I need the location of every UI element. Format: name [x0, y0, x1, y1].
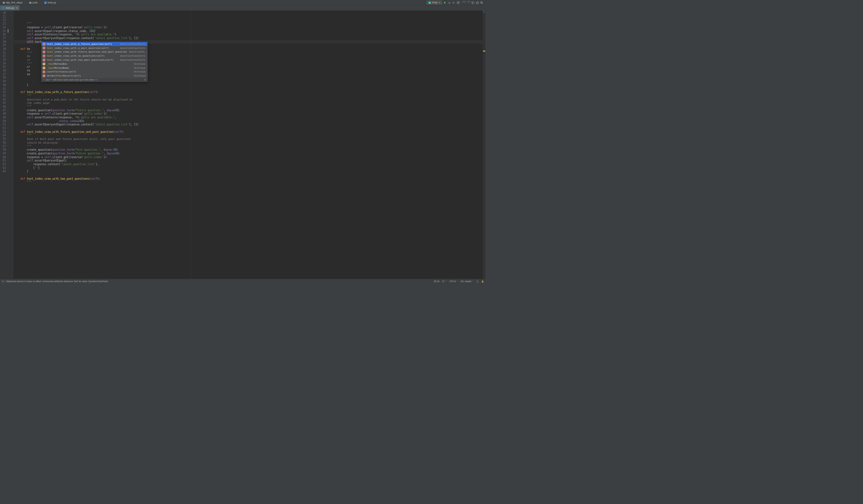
code-line[interactable]: the index page.	[14, 101, 486, 105]
code-line[interactable]: response = self.client.get(reverse('poll…	[14, 155, 486, 159]
git-branch-widget[interactable]: Git: master ⌃	[461, 280, 474, 283]
error-stripe[interactable]	[483, 11, 486, 279]
code-line[interactable]: response.context['latest_question_list']…	[14, 163, 486, 166]
vcs-update-button[interactable]: VCS ↓	[463, 1, 465, 4]
line-number[interactable]: 38	[0, 76, 8, 80]
line-number[interactable]: 27	[0, 36, 8, 40]
code-line[interactable]: self.assertQuerysetEqual(	[14, 159, 486, 163]
line-number[interactable]: 21	[0, 15, 8, 18]
line-number[interactable]: 24	[0, 26, 8, 29]
fold-gutter[interactable]	[8, 11, 13, 279]
code-line[interactable]: def test_index_view_with_future_question…	[14, 130, 486, 134]
editor-tab-tests[interactable]: tests.py ✕	[0, 5, 20, 11]
line-number[interactable]: 28	[0, 40, 8, 44]
line-number[interactable]: 42	[0, 90, 8, 94]
coverage-icon[interactable]	[452, 1, 455, 4]
line-number[interactable]: 63	[0, 166, 8, 170]
line-number[interactable]: 60	[0, 155, 8, 159]
code-line[interactable]	[14, 173, 486, 177]
run-configuration-selector[interactable]: dj Polls ▼	[426, 1, 442, 5]
code-line[interactable]: response = self.client.get(reverse('poll…	[14, 112, 486, 116]
line-number[interactable]: 48	[0, 112, 8, 116]
code-line[interactable]: self.assertQuerysetEqual(response.contex…	[14, 123, 486, 127]
revert-icon[interactable]	[476, 1, 479, 4]
line-number[interactable]: 47	[0, 109, 8, 112]
line-number[interactable]: 54	[0, 134, 8, 138]
line-number[interactable]: 61	[0, 159, 8, 163]
line-number[interactable]: 26	[0, 33, 8, 36]
vcs-commit-button[interactable]: VCS ↑	[467, 1, 470, 4]
caret-position[interactable]: 25:18	[434, 280, 439, 283]
debug-icon[interactable]	[448, 1, 451, 4]
line-number[interactable]: 30	[0, 47, 8, 51]
code-line[interactable]: create_question(question_text="Future qu…	[14, 152, 486, 155]
code-line[interactable]: """	[14, 105, 486, 109]
breadcrumb-folder[interactable]: polls	[28, 1, 39, 5]
code-line[interactable]: """	[14, 144, 486, 148]
completion-item[interactable]: mdefaultTestResult(self)TestCase	[41, 74, 147, 78]
breadcrumb-file[interactable]: p tests.py	[43, 1, 57, 5]
line-number[interactable]: 56	[0, 141, 8, 144]
line-number[interactable]: 33	[0, 58, 8, 62]
line-number[interactable]: 62	[0, 163, 8, 166]
line-number[interactable]: 51	[0, 123, 8, 127]
hector-icon[interactable]	[481, 280, 484, 283]
line-number[interactable]: 43	[0, 94, 8, 98]
line-number[interactable]: 50	[0, 119, 8, 123]
line-number-gutter[interactable]: 2021222324252627282930313233343536373839…	[0, 11, 8, 279]
history-icon[interactable]	[471, 1, 474, 4]
code-line[interactable]: self.assertContains(response, "No polls …	[14, 33, 486, 36]
code-line[interactable]: """	[14, 134, 486, 138]
completion-item[interactable]: mtest_index_view_with_a_past_question(se…	[41, 46, 147, 50]
line-number[interactable]: 31	[0, 51, 8, 55]
line-number[interactable]: 37	[0, 73, 8, 76]
code-completion-popup[interactable]: mtest_index_view_with_a_future_question(…	[41, 42, 148, 82]
line-number[interactable]: 29	[0, 43, 8, 47]
completion-item[interactable]: f_testMethodDocTestCase	[41, 62, 147, 66]
code-line[interactable]: response = self.client.get(reverse('poll…	[14, 26, 486, 29]
code-line[interactable]: )	[14, 169, 486, 173]
code-line[interactable]: Questions with a pub_date in the future …	[14, 98, 486, 101]
line-number[interactable]: 49	[0, 116, 8, 119]
inspection-indicator[interactable]	[483, 11, 485, 13]
line-number[interactable]: 40	[0, 83, 8, 87]
code-line[interactable]: self.assertContains(response, "No polls …	[14, 116, 486, 119]
code-line[interactable]: """	[14, 94, 486, 98]
line-number[interactable]: 39	[0, 79, 8, 83]
code-line[interactable]: def test_index_view_with_a_future_questi…	[14, 90, 486, 94]
line-number[interactable]: 59	[0, 152, 8, 155]
code-line[interactable]: self.assertQuerysetEqual(response.contex…	[14, 36, 486, 40]
completion-item[interactable]: mtest_index_view_with_a_future_question(…	[41, 42, 147, 46]
close-icon[interactable]: ✕	[16, 7, 18, 9]
completion-item[interactable]: mtest_index_view_with_no_questions(self)…	[41, 54, 147, 58]
line-number[interactable]: 57	[0, 144, 8, 148]
line-number[interactable]: 36	[0, 69, 8, 73]
completion-item[interactable]: mtest_index_view_with_two_past_questions…	[41, 58, 147, 62]
warning-marker[interactable]	[483, 51, 486, 52]
encoding-widget[interactable]: UTF-8 ⌃	[449, 280, 458, 283]
line-number[interactable]: 44	[0, 98, 8, 101]
line-number[interactable]: 58	[0, 148, 8, 152]
tool-window-toggle[interactable]	[2, 280, 5, 283]
breadcrumb-project[interactable]: djtp_first_steps	[1, 1, 24, 5]
line-number[interactable]: 53	[0, 130, 8, 134]
code-line[interactable]: )	[14, 83, 486, 87]
code-line[interactable]: """	[14, 22, 486, 26]
line-separator-widget[interactable]: LF ⌃	[442, 280, 447, 283]
line-number[interactable]: 20	[0, 11, 8, 15]
line-number[interactable]: 55	[0, 137, 8, 141]
search-icon[interactable]	[480, 1, 483, 4]
line-number[interactable]: 22	[0, 18, 8, 22]
completion-hint-link[interactable]: >>	[95, 78, 98, 81]
line-number[interactable]: 35	[0, 65, 8, 69]
line-number[interactable]: 25	[0, 29, 8, 33]
code-line[interactable]	[14, 87, 486, 91]
code-line[interactable]: should be displayed.	[14, 141, 486, 144]
line-number[interactable]: 45	[0, 101, 8, 105]
completion-item[interactable]: mcountTestCases(self)TestCase	[41, 70, 147, 74]
code-line[interactable]: create_question(question_text="Past ques…	[14, 148, 486, 152]
code-line[interactable]	[14, 126, 486, 130]
line-number[interactable]: 46	[0, 105, 8, 109]
line-number[interactable]: 32	[0, 54, 8, 58]
code-line[interactable]: ['']	[14, 166, 486, 170]
